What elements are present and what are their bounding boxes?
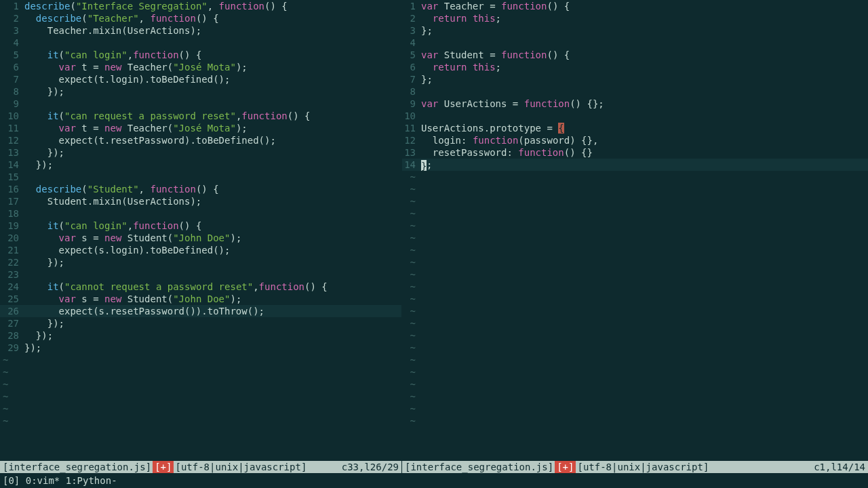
line-number: 28	[0, 329, 24, 342]
code-line[interactable]: 8	[402, 85, 868, 98]
cursor-pos: c1,l14/14	[814, 461, 865, 473]
empty-line: ~	[402, 220, 868, 232]
empty-line: ~	[402, 390, 868, 403]
line-number: 29	[0, 342, 24, 354]
left-statusline: [interface_segregation.js] [+] [utf-8|un…	[0, 461, 401, 473]
line-number: 4	[402, 37, 421, 49]
code-line[interactable]: 3};	[402, 24, 868, 37]
code-line[interactable]: 16 describe("Student", function() {	[0, 183, 401, 195]
line-number: 14	[402, 159, 421, 171]
line-number: 8	[0, 85, 24, 98]
empty-line: ~	[402, 171, 868, 183]
code-line[interactable]: 13 });	[0, 146, 401, 159]
code-line[interactable]: 28 });	[0, 329, 401, 342]
code-line[interactable]: 17 Student.mixin(UserActions);	[0, 195, 401, 207]
line-number: 10	[0, 110, 24, 122]
line-number: 1	[402, 0, 421, 12]
editor-splits: 1describe("Interface Segregation", funct…	[0, 0, 868, 473]
right-pane[interactable]: 1var Teacher = function() {2 return this…	[401, 0, 868, 473]
line-number: 4	[0, 37, 24, 49]
file-info: [utf-8|unix|javascript]	[577, 461, 709, 473]
empty-line: ~	[402, 378, 868, 390]
code-line[interactable]: 4	[402, 37, 868, 49]
code-line[interactable]: 7};	[402, 73, 868, 85]
code-line[interactable]: 8 });	[0, 85, 401, 98]
code-line[interactable]: 10	[402, 110, 868, 122]
tmux-windows: [0] 0:vim* 1:Python-	[3, 474, 117, 487]
code-line[interactable]: 29});	[0, 342, 401, 354]
tmux-statusbar: [0] 0:vim* 1:Python-	[0, 473, 868, 488]
line-number: 1	[0, 0, 24, 12]
code-line[interactable]: 12 login: function(password) {},	[402, 134, 868, 146]
file-info: [utf-8|unix|javascript]	[175, 461, 307, 473]
code-line[interactable]: 6 var t = new Teacher("José Mota");	[0, 61, 401, 73]
line-number: 24	[0, 281, 24, 293]
empty-line: ~	[0, 403, 401, 415]
code-line[interactable]: 6 return this;	[402, 61, 868, 73]
empty-line: ~	[0, 366, 401, 378]
line-number: 16	[0, 183, 24, 195]
line-number: 12	[0, 134, 24, 146]
code-line[interactable]: 2 return this;	[402, 12, 868, 24]
code-line[interactable]: 7 expect(t.login).toBeDefined();	[0, 73, 401, 85]
code-line[interactable]: 11UserActions.prototype = {	[402, 122, 868, 134]
line-number: 7	[0, 73, 24, 85]
filename: [interface_segregation.js]	[405, 461, 553, 473]
empty-line: ~	[402, 232, 868, 244]
code-line[interactable]: 4	[0, 37, 401, 49]
code-line[interactable]: 2 describe("Teacher", function() {	[0, 12, 401, 24]
empty-line: ~	[402, 415, 868, 427]
code-line[interactable]: 14};	[402, 159, 868, 171]
code-line[interactable]: 3 Teacher.mixin(UserActions);	[0, 24, 401, 37]
code-line[interactable]: 25 var s = new Student("John Doe");	[0, 293, 401, 305]
line-number: 14	[0, 159, 24, 171]
code-line[interactable]: 20 var s = new Student("John Doe");	[0, 232, 401, 244]
code-line[interactable]: 26 expect(s.resetPassword()).toThrow();	[0, 305, 401, 317]
empty-line: ~	[402, 268, 868, 281]
line-number: 15	[0, 171, 24, 183]
line-number: 7	[402, 73, 421, 85]
code-line[interactable]: 12 expect(t.resetPassword).toBeDefined()…	[0, 134, 401, 146]
code-line[interactable]: 14 });	[0, 159, 401, 171]
modified-flag: [+]	[555, 461, 576, 473]
left-code-area[interactable]: 1describe("Interface Segregation", funct…	[0, 0, 401, 461]
line-number: 11	[402, 122, 421, 134]
code-line[interactable]: 27 });	[0, 317, 401, 329]
line-number: 2	[402, 12, 421, 24]
code-line[interactable]: 15	[0, 171, 401, 183]
empty-line: ~	[402, 329, 868, 342]
empty-line: ~	[402, 281, 868, 293]
code-line[interactable]: 22 });	[0, 256, 401, 268]
right-statusline: [interface_segregation.js] [+] [utf-8|un…	[402, 461, 868, 473]
code-line[interactable]: 10 it("can request a password reset",fun…	[0, 110, 401, 122]
line-number: 10	[402, 110, 421, 122]
empty-line: ~	[0, 415, 401, 427]
code-line[interactable]: 5var Student = function() {	[402, 49, 868, 61]
line-number: 20	[0, 232, 24, 244]
code-line[interactable]: 5 it("can login",function() {	[0, 49, 401, 61]
empty-line: ~	[0, 378, 401, 390]
filename: [interface_segregation.js]	[3, 461, 151, 473]
line-number: 11	[0, 122, 24, 134]
code-line[interactable]: 13 resetPassword: function() {}	[402, 146, 868, 159]
code-line[interactable]: 18	[0, 207, 401, 220]
line-number: 12	[402, 134, 421, 146]
line-number: 2	[0, 12, 24, 24]
cursor-pos: c33,l26/29	[342, 461, 399, 473]
empty-line: ~	[402, 342, 868, 354]
code-line[interactable]: 23	[0, 268, 401, 281]
empty-line: ~	[402, 207, 868, 220]
code-line[interactable]: 9var UserActions = function() {};	[402, 98, 868, 110]
left-pane[interactable]: 1describe("Interface Segregation", funct…	[0, 0, 401, 473]
right-code-area[interactable]: 1var Teacher = function() {2 return this…	[402, 0, 868, 461]
code-line[interactable]: 19 it("can login",function() {	[0, 220, 401, 232]
code-line[interactable]: 11 var t = new Teacher("José Mota");	[0, 122, 401, 134]
code-line[interactable]: 24 it("cannot request a password reset",…	[0, 281, 401, 293]
code-line[interactable]: 21 expect(s.login).toBeDefined();	[0, 244, 401, 256]
code-line[interactable]: 9	[0, 98, 401, 110]
empty-line: ~	[402, 256, 868, 268]
line-number: 23	[0, 268, 24, 281]
line-number: 17	[0, 195, 24, 207]
code-line[interactable]: 1describe("Interface Segregation", funct…	[0, 0, 401, 12]
code-line[interactable]: 1var Teacher = function() {	[402, 0, 868, 12]
